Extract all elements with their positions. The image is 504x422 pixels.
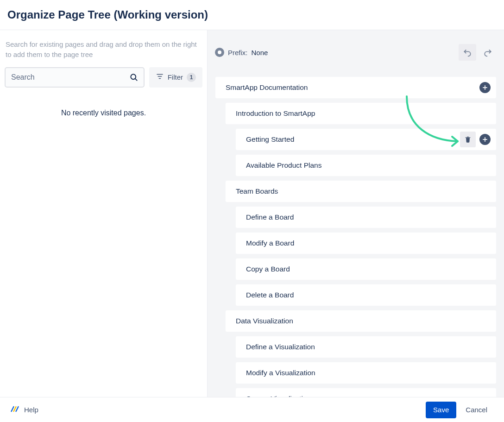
dialog-header: Organize Page Tree (Working version) bbox=[0, 0, 504, 30]
tree-row[interactable]: Data Visualization bbox=[225, 310, 497, 332]
help-label: Help bbox=[24, 406, 38, 414]
tree-row[interactable]: Delete a Board bbox=[235, 284, 497, 306]
undo-button[interactable] bbox=[459, 44, 476, 61]
search-icon bbox=[129, 72, 139, 82]
add-child-button[interactable] bbox=[479, 134, 491, 145]
redo-button[interactable] bbox=[479, 44, 497, 61]
tree-row-label: Modify a Visualization bbox=[246, 369, 315, 377]
tree-row-selected[interactable]: Getting Started bbox=[235, 128, 497, 151]
dialog-title: Organize Page Tree (Working version) bbox=[7, 8, 497, 21]
save-button[interactable]: Save bbox=[426, 402, 456, 418]
tree-row[interactable]: Define a Board bbox=[235, 206, 497, 228]
tree-row[interactable]: Modify a Board bbox=[235, 232, 497, 254]
recent-empty-message: No recently visited pages. bbox=[5, 88, 202, 139]
tree-row-root[interactable]: SmartApp Documentation bbox=[215, 76, 497, 99]
tree-row[interactable]: Modify a Visualization bbox=[235, 362, 497, 384]
search-row: Filter 1 bbox=[5, 67, 202, 88]
tree-row[interactable]: Copy a Board bbox=[235, 258, 497, 280]
tree-row-label: Delete a Board bbox=[246, 291, 294, 299]
cancel-button[interactable]: Cancel bbox=[459, 402, 494, 418]
dialog-footer: Help Save Cancel bbox=[0, 397, 504, 422]
tree-row-label: SmartApp Documentation bbox=[226, 83, 308, 92]
tree-row-label: Data Visualization bbox=[236, 317, 293, 325]
svg-line-1 bbox=[135, 78, 137, 80]
tree-panel: Prefix: None SmartApp Documentation bbox=[208, 30, 504, 397]
tree-row-label: Modify a Board bbox=[246, 239, 294, 247]
search-input[interactable] bbox=[11, 73, 129, 82]
prefix-label: Prefix: bbox=[228, 49, 248, 57]
tree-row-label: Getting Started bbox=[246, 135, 294, 144]
undo-redo-group bbox=[459, 44, 497, 61]
tree-row[interactable]: Available Product Plans bbox=[235, 154, 497, 176]
filter-label: Filter bbox=[168, 73, 183, 81]
search-box[interactable] bbox=[5, 67, 145, 88]
tree-row-label: Define a Board bbox=[246, 213, 294, 221]
filter-button[interactable]: Filter 1 bbox=[149, 67, 202, 88]
prefix-value: None bbox=[252, 49, 268, 57]
page-tree: SmartApp Documentation Introduction to S… bbox=[215, 76, 497, 397]
tree-row[interactable]: Define a Visualization bbox=[235, 336, 497, 358]
delete-button[interactable] bbox=[460, 132, 476, 147]
help-link[interactable]: Help bbox=[10, 404, 38, 415]
tree-row-label: Available Product Plans bbox=[246, 161, 321, 170]
search-instruction: Search for existing pages and drag and d… bbox=[5, 39, 202, 67]
tree-row[interactable]: Team Boards bbox=[225, 180, 497, 202]
help-logo-icon bbox=[10, 404, 19, 415]
tree-toolbar: Prefix: None bbox=[215, 44, 497, 61]
add-child-button[interactable] bbox=[479, 82, 491, 93]
search-panel: Search for existing pages and drag and d… bbox=[0, 30, 208, 397]
tree-row[interactable]: Copy a Visualization bbox=[235, 388, 497, 397]
tree-row-label: Copy a Visualization bbox=[246, 395, 311, 397]
filter-icon bbox=[156, 72, 164, 82]
tree-row-label: Team Boards bbox=[236, 187, 278, 195]
main-content: Search for existing pages and drag and d… bbox=[0, 30, 504, 397]
tree-row[interactable]: Introduction to SmartApp bbox=[225, 102, 497, 125]
prefix-indicator[interactable]: Prefix: None bbox=[215, 48, 268, 57]
tree-row-label: Copy a Board bbox=[246, 265, 290, 273]
visibility-icon bbox=[215, 48, 224, 57]
tree-row-label: Define a Visualization bbox=[246, 343, 315, 351]
filter-count-badge: 1 bbox=[187, 73, 196, 82]
tree-row-label: Introduction to SmartApp bbox=[236, 109, 315, 118]
